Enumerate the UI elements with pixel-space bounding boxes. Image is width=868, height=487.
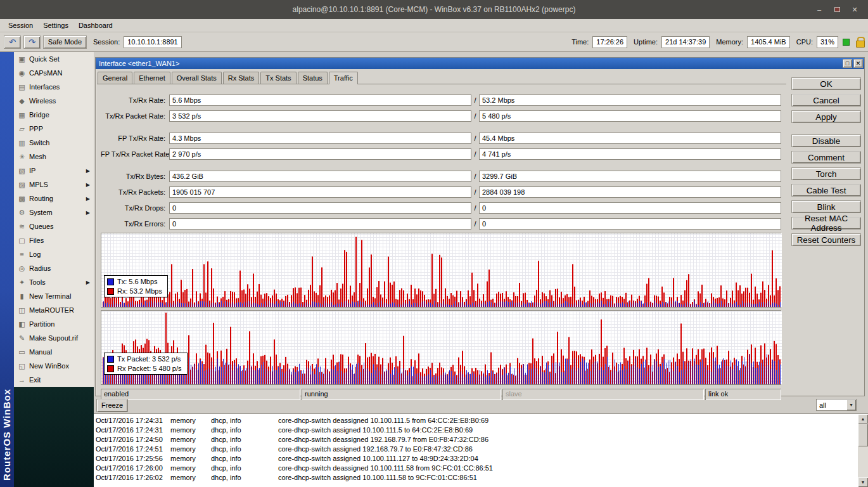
menu-session[interactable]: Session [3, 20, 38, 31]
field-rx-value[interactable]: 3299.7 GiB [479, 171, 781, 182]
cable-test-button[interactable]: Cable Test [791, 184, 861, 197]
interface-window-titlebar[interactable]: Interface <ether1_WAN1> □ ✕ [96, 58, 864, 69]
safe-mode-button[interactable]: Safe Mode [43, 36, 87, 49]
log-buffer: memory [170, 455, 211, 462]
sidebar-item-exit[interactable]: →Exit [14, 373, 94, 387]
uptime-label: Uptime: [630, 38, 659, 46]
legend-entry: Tx: 5.6 Mbps [107, 278, 162, 285]
sidebar-item-tools[interactable]: ✦Tools▶ [14, 275, 94, 289]
field-tx-value[interactable]: 4.3 Mbps [169, 133, 471, 144]
sidebar-item-label: MetaROUTER [29, 306, 74, 314]
field-row-tx-rx-rate: Tx/Rx Rate:5.6 Mbps/53.2 Mbps [101, 94, 781, 107]
field-tx-value[interactable]: 0 [169, 218, 471, 230]
connection-status-indicator [843, 39, 850, 46]
field-rx-value[interactable]: 5 480 p/s [479, 110, 781, 122]
scroll-down-icon[interactable]: ▼ [858, 477, 868, 487]
field-rx-value[interactable]: 0 [479, 218, 781, 230]
reset-counters-button[interactable]: Reset Counters [791, 233, 861, 246]
cancel-button[interactable]: Cancel [791, 94, 861, 107]
sidebar-item-label: MPLS [29, 181, 48, 188]
apply-button[interactable]: Apply [791, 110, 861, 123]
tab-ethernet[interactable]: Ethernet [134, 72, 170, 84]
sidebar-item-interfaces[interactable]: ▤Interfaces [14, 80, 94, 94]
close-window-icon[interactable]: ✕ [853, 59, 863, 68]
log-row[interactable]: Oct/17/2016 17:26:00memorydhcp, infocore… [94, 463, 858, 472]
sidebar-item-wireless[interactable]: ◆Wireless [14, 94, 94, 108]
menu-dashboard[interactable]: Dashboard [73, 20, 118, 31]
sidebar-item-log[interactable]: ≡Log [14, 247, 94, 261]
packet-chart-legend: Tx Packet: 3 532 p/sRx Packet: 5 480 p/s [104, 353, 188, 375]
sidebar-item-mesh[interactable]: ✳Mesh [14, 150, 94, 164]
blink-button[interactable]: Blink [791, 200, 861, 213]
sidebar-item-manual[interactable]: ▭Manual [14, 345, 94, 359]
sidebar-item-new-terminal[interactable]: ▮New Terminal [14, 289, 94, 303]
sidebar-item-ip[interactable]: ▧IP▶ [14, 164, 94, 178]
session-value[interactable]: 10.10.10.1:8891 [124, 36, 182, 48]
minimize-icon[interactable]: – [811, 3, 827, 16]
tab-general[interactable]: General [98, 72, 132, 84]
sidebar-item-mpls[interactable]: ▨MPLS▶ [14, 178, 94, 192]
field-tx-value[interactable]: 5.6 Mbps [169, 94, 471, 106]
reset-mac-address-button[interactable]: Reset MAC Address [791, 217, 861, 230]
sidebar-item-new-winbox[interactable]: ◱New WinBox [14, 359, 94, 373]
sidebar-item-partition[interactable]: ◧Partition [14, 317, 94, 331]
field-tx-value[interactable]: 436.2 GiB [169, 171, 471, 182]
log-row[interactable]: Oct/17/2016 17:24:31memorydhcp, infocore… [94, 425, 858, 434]
field-tx-value[interactable]: 1905 015 707 [169, 186, 471, 198]
sidebar-item-bridge[interactable]: ▦Bridge [14, 108, 94, 122]
chevron-down-icon[interactable]: ▼ [846, 399, 856, 410]
field-rx-value[interactable]: 4 741 p/s [479, 148, 781, 160]
field-tx-value[interactable]: 3 532 p/s [169, 110, 471, 122]
ok-button[interactable]: OK [791, 77, 861, 90]
field-rx-value[interactable]: 53.2 Mbps [479, 94, 781, 106]
tab-tx-stats[interactable]: Tx Stats [260, 72, 296, 84]
log-topics: dhcp, info [211, 417, 278, 424]
log-scrollbar[interactable]: ▲ ▼ [858, 414, 868, 487]
redo-button[interactable]: ↷ [23, 36, 41, 49]
sidebar-item-capsman[interactable]: ◉CAPsMAN [14, 66, 94, 80]
torch-button[interactable]: Torch [791, 167, 861, 180]
log-filter-select[interactable]: all ▼ [816, 399, 857, 411]
sidebar-item-files[interactable]: ▢Files [14, 233, 94, 247]
disable-button[interactable]: Disable [791, 134, 861, 147]
legend-entry: Rx: 53.2 Mbps [107, 287, 162, 295]
scrollbar-thumb[interactable] [858, 424, 868, 446]
legend-entry: Rx Packet: 5 480 p/s [107, 365, 182, 372]
log-buffer: memory [170, 426, 211, 434]
tab-rx-stats[interactable]: Rx Stats [223, 72, 260, 84]
sidebar-item-quick-set[interactable]: ▣Quick Set [14, 52, 94, 66]
freeze-button[interactable]: Freeze [96, 399, 128, 412]
sidebar-item-radius[interactable]: ◎Radius [14, 261, 94, 275]
log-row[interactable]: Oct/17/2016 17:24:31memorydhcp, infocore… [94, 415, 858, 425]
restore-icon[interactable]: □ [843, 59, 852, 68]
tab-status[interactable]: Status [298, 72, 328, 84]
field-rx-value[interactable]: 45.4 Mbps [479, 133, 781, 144]
field-tx-value[interactable]: 2 970 p/s [169, 148, 471, 160]
window-buttons: OKCancelApplyDisableCommentTorchCable Te… [791, 77, 861, 246]
sidebar-item-switch[interactable]: ▥Switch [14, 136, 94, 150]
log-row[interactable]: Oct/17/2016 17:25:56memorydhcp, infocore… [94, 453, 858, 463]
comment-button[interactable]: Comment [791, 151, 861, 164]
field-rx-value[interactable]: 2884 039 198 [479, 186, 781, 198]
sidebar-item-ppp[interactable]: ▱PPP [14, 122, 94, 136]
sidebar-item-queues[interactable]: ≋Queues [14, 219, 94, 233]
sidebar-item-system[interactable]: ⚙System▶ [14, 205, 94, 219]
sidebar-item-metarouter[interactable]: ◫MetaROUTER [14, 303, 94, 317]
log-date: Oct/17/2016 17:24:50 [96, 436, 170, 443]
field-tx-value[interactable]: 0 [169, 202, 471, 214]
log-row[interactable]: Oct/17/2016 17:24:51memorydhcp, infocore… [94, 444, 858, 453]
field-rx-value[interactable]: 0 [479, 202, 781, 214]
sidebar-item-routing[interactable]: ▩Routing▶ [14, 192, 94, 205]
scroll-up-icon[interactable]: ▲ [858, 414, 868, 424]
sidebar-item-make-supout-rif[interactable]: ✎Make Supout.rif [14, 331, 94, 345]
close-icon[interactable]: ✕ [846, 3, 863, 16]
maximize-icon[interactable] [829, 3, 845, 16]
supout-icon: ✎ [17, 334, 27, 342]
packet-chart-canvas [101, 311, 782, 384]
menu-settings[interactable]: Settings [38, 20, 73, 31]
log-row[interactable]: Oct/17/2016 17:24:50memorydhcp, infocore… [94, 434, 858, 444]
tab-traffic[interactable]: Traffic [329, 72, 358, 84]
undo-button[interactable]: ↶ [4, 36, 21, 49]
log-row[interactable]: Oct/17/2016 17:26:02memorydhcp, infocore… [94, 472, 858, 482]
tab-overall-stats[interactable]: Overall Stats [172, 72, 222, 84]
